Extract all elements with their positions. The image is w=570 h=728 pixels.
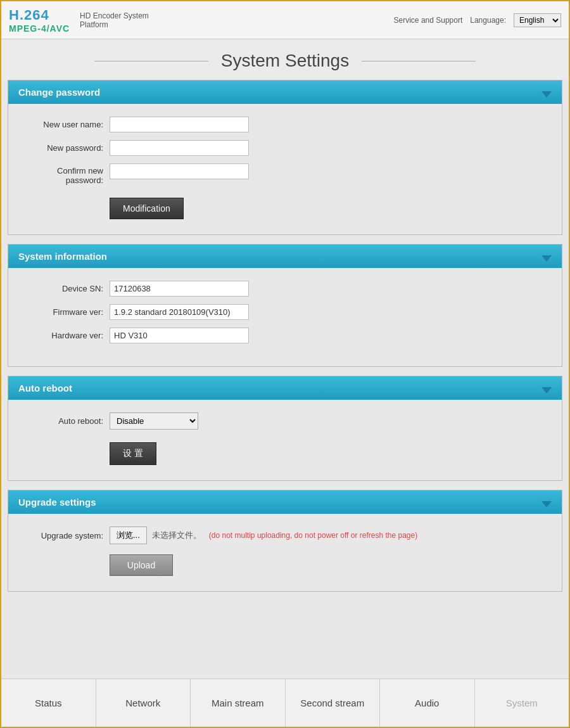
device-sn-row: Device SN: <box>27 281 543 297</box>
new-username-input[interactable] <box>110 117 249 132</box>
change-password-header: Change password <box>8 80 562 104</box>
service-support-link[interactable]: Service and Support <box>394 16 463 25</box>
new-password-label: New password: <box>27 143 110 153</box>
upgrade-settings-section: Upgrade settings Upgrade system: 浏览... 未… <box>8 490 562 592</box>
language-select[interactable]: English Chinese <box>514 13 561 27</box>
upgrade-system-row: Upgrade system: 浏览... 未选择文件。 (do not mul… <box>27 527 543 544</box>
system-info-arrow <box>542 255 552 262</box>
browse-button[interactable]: 浏览... <box>110 527 147 544</box>
platform-info: HD Encoder System Platform <box>80 11 149 29</box>
upgrade-settings-body: Upgrade system: 浏览... 未选择文件。 (do not mul… <box>8 514 562 591</box>
auto-reboot-body: Auto reboot: Disable Daily Weekly 设 置 <box>8 400 562 480</box>
firmware-value <box>110 304 249 320</box>
auto-reboot-section: Auto reboot Auto reboot: Disable Daily W… <box>8 376 562 481</box>
modification-button[interactable]: Modification <box>110 198 184 219</box>
auto-reboot-title: Auto reboot <box>18 383 535 393</box>
hardware-row: Hardware ver: <box>27 328 543 343</box>
upgrade-settings-arrow <box>542 501 552 508</box>
auto-reboot-header: Auto reboot <box>8 376 562 400</box>
nav-label-network: Network <box>125 698 160 708</box>
header-right: Service and Support Language: English Ch… <box>394 13 561 27</box>
nav-item-second-stream[interactable]: Second stream <box>286 679 381 727</box>
hardware-label: Hardware ver: <box>27 331 110 340</box>
firmware-row: Firmware ver: <box>27 304 543 320</box>
upgrade-system-label: Upgrade system: <box>27 531 110 540</box>
auto-reboot-select[interactable]: Disable Daily Weekly <box>110 412 198 430</box>
nav-item-audio[interactable]: Audio <box>380 679 475 727</box>
confirm-password-row: Confirm newpassword: <box>27 163 543 185</box>
no-file-selected: 未选择文件。 <box>152 530 201 541</box>
auto-reboot-arrow <box>542 387 552 393</box>
logo-area: H.264 MPEG-4/AVC <box>9 7 70 34</box>
device-sn-label: Device SN: <box>27 284 110 293</box>
nav-item-main-stream[interactable]: Main stream <box>191 679 286 727</box>
upgrade-settings-header: Upgrade settings <box>8 490 562 514</box>
platform-line1: HD Encoder System <box>80 11 149 20</box>
logo-h264: H.264 <box>9 7 70 23</box>
nav-label-audio: Audio <box>415 698 439 708</box>
change-password-section: Change password New user name: New passw… <box>8 80 562 235</box>
system-info-section: System information Device SN: Firmware v… <box>8 244 562 367</box>
auto-reboot-row: Auto reboot: Disable Daily Weekly <box>27 412 543 430</box>
language-label: Language: <box>470 16 506 25</box>
change-password-arrow <box>542 91 552 98</box>
upload-button[interactable]: Upload <box>110 554 173 576</box>
device-sn-value <box>110 281 249 297</box>
confirm-password-input[interactable] <box>110 163 249 179</box>
header: H.264 MPEG-4/AVC HD Encoder System Platf… <box>1 1 569 39</box>
firmware-label: Firmware ver: <box>27 307 110 317</box>
nav-item-status[interactable]: Status <box>1 679 96 727</box>
upgrade-settings-title: Upgrade settings <box>18 497 535 508</box>
auto-reboot-label: Auto reboot: <box>27 416 110 426</box>
nav-item-network[interactable]: Network <box>96 679 191 727</box>
system-info-title: System information <box>18 251 535 262</box>
platform-line2: Platform <box>80 20 149 29</box>
upgrade-warning: (do not multip uploading, do not power o… <box>209 531 417 540</box>
page-title-section: System Settings <box>1 39 569 80</box>
main-content: Change password New user name: New passw… <box>1 80 569 651</box>
nav-item-system[interactable]: System <box>475 679 569 727</box>
hardware-value <box>110 328 249 343</box>
new-username-label: New user name: <box>27 120 110 129</box>
system-info-header: System information <box>8 245 562 268</box>
page-title: System Settings <box>221 51 349 71</box>
change-password-body: New user name: New password: Confirm new… <box>8 104 562 234</box>
new-password-input[interactable] <box>110 140 249 156</box>
nav-label-system: System <box>506 698 538 708</box>
confirm-password-label: Confirm newpassword: <box>27 163 110 185</box>
nav-label-main-stream: Main stream <box>212 698 264 708</box>
change-password-title: Change password <box>18 87 535 98</box>
bottom-nav: Status Network Main stream Second stream… <box>1 679 569 727</box>
system-info-body: Device SN: Firmware ver: Hardware ver: <box>8 268 562 366</box>
new-username-row: New user name: <box>27 117 543 132</box>
auto-reboot-set-button[interactable]: 设 置 <box>110 442 156 465</box>
nav-label-status: Status <box>35 698 62 708</box>
new-password-row: New password: <box>27 140 543 156</box>
nav-label-second-stream: Second stream <box>300 698 364 708</box>
logo-mpeg: MPEG-4/AVC <box>9 23 70 34</box>
